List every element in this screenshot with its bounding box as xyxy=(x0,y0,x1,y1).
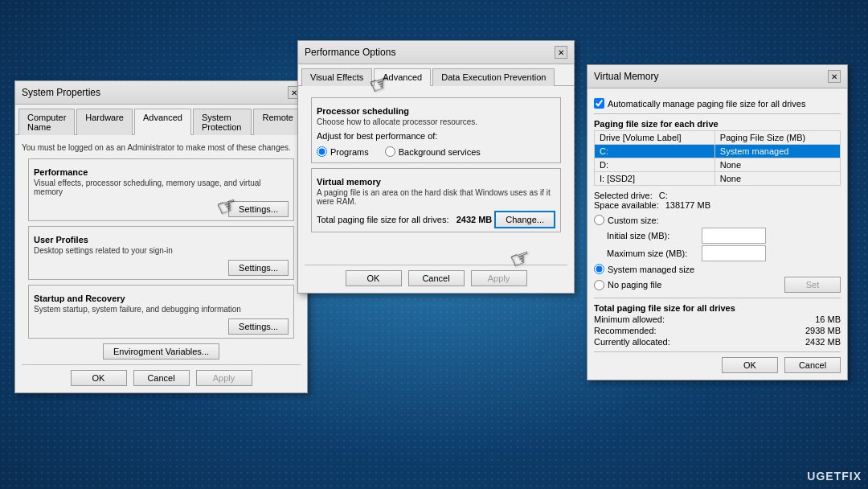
drive-i-letter: I: [SSD2] xyxy=(595,172,715,186)
allocated-row: Currently allocated: 2432 MB xyxy=(594,337,841,347)
virtual-memory-section: Virtual memory A paging file is an area … xyxy=(311,168,561,232)
processor-label: Processor scheduling xyxy=(317,106,555,116)
radio-background[interactable] xyxy=(385,146,395,157)
tab-system-protection[interactable]: System Protection xyxy=(193,109,252,135)
system-apply-button[interactable]: Apply xyxy=(196,370,252,386)
startup-section: Startup and Recovery System startup, sys… xyxy=(28,285,294,339)
startup-label: Startup and Recovery xyxy=(34,294,289,303)
startup-settings-button[interactable]: Settings... xyxy=(228,318,289,335)
radio-programs[interactable] xyxy=(317,146,327,157)
performance-label: Performance xyxy=(34,167,289,177)
user-profiles-label: User Profiles xyxy=(34,235,289,244)
performance-settings-button[interactable]: Settings... xyxy=(228,201,289,217)
selected-drive-val: C: xyxy=(659,191,668,200)
drive-row-d[interactable]: D: None xyxy=(595,158,841,172)
min-val: 16 MB xyxy=(815,314,841,324)
radio-programs-label: Programs xyxy=(330,147,369,157)
tab-hardware[interactable]: Hardware xyxy=(76,109,133,135)
auto-manage-checkbox[interactable] xyxy=(594,98,604,109)
performance-options-titlebar: Performance Options ✕ xyxy=(298,41,574,64)
drive-row-i[interactable]: I: [SSD2] None xyxy=(595,172,841,186)
no-paging-label: No paging file xyxy=(608,280,661,290)
performance-options-title: Performance Options xyxy=(305,47,395,58)
processor-scheduling-section: Processor scheduling Choose how to alloc… xyxy=(311,97,561,163)
system-cancel-button[interactable]: Cancel xyxy=(133,370,190,386)
initial-size-row: Initial size (MB): xyxy=(594,228,841,244)
initial-size-input[interactable] xyxy=(702,228,766,244)
perf-ok-button[interactable]: OK xyxy=(346,270,402,286)
system-ok-button[interactable]: OK xyxy=(71,370,127,386)
perf-cancel-button[interactable]: Cancel xyxy=(408,270,465,286)
system-properties-tabs: Computer Name Hardware Advanced System P… xyxy=(15,105,307,135)
vmem-cancel-button[interactable]: Cancel xyxy=(784,357,841,373)
total-paging-section-label: Total paging file size for all drives xyxy=(594,303,841,313)
user-profiles-section: User Profiles Desktop settings related t… xyxy=(28,226,294,280)
radio-bg-row: Background services xyxy=(385,146,481,157)
perf-apply-button[interactable]: Apply xyxy=(471,270,527,286)
min-label: Minimum allowed: xyxy=(594,314,665,324)
no-paging-row: No paging file Set xyxy=(594,277,841,293)
maximum-size-input[interactable] xyxy=(702,245,766,261)
system-properties-title: System Properties xyxy=(22,87,100,98)
paging-section-label: Paging file size for each drive xyxy=(594,119,841,129)
auto-manage-row: Automatically manage paging file size fo… xyxy=(594,98,841,109)
tab-advanced[interactable]: Advanced xyxy=(134,109,191,135)
performance-options-close[interactable]: ✕ xyxy=(555,46,567,59)
virtual-memory-window: Virtual Memory ✕ Automatically manage pa… xyxy=(587,64,848,380)
drive-row-c[interactable]: C: System managed xyxy=(595,145,841,158)
rec-val: 2938 MB xyxy=(805,326,841,335)
performance-options-window: Performance Options ✕ Visual Effects Adv… xyxy=(297,40,575,294)
user-profiles-settings-button[interactable]: Settings... xyxy=(228,260,289,276)
tab-computer-name[interactable]: Computer Name xyxy=(18,109,75,135)
virtual-memory-desc: A paging file is an area on the hard dis… xyxy=(317,188,555,206)
alloc-val: 2432 MB xyxy=(805,337,841,347)
admin-note: You must be logged on as an Administrato… xyxy=(22,143,301,152)
space-available-label: Space available: xyxy=(594,200,659,210)
radio-system-managed[interactable] xyxy=(594,264,604,274)
watermark: UGETFIX xyxy=(807,470,862,483)
radio-programs-row: Programs xyxy=(317,146,369,157)
drive-c-letter: C: xyxy=(595,145,715,158)
maximum-size-label: Maximum size (MB): xyxy=(607,249,695,258)
total-paging-label: Total paging file size for all drives: xyxy=(317,215,448,224)
drive-c-size: System managed xyxy=(714,145,840,158)
perf-tabs: Visual Effects Advanced Data Execution P… xyxy=(298,64,574,86)
user-profiles-desc: Desktop settings related to your sign-in xyxy=(34,246,289,255)
tab-visual-effects[interactable]: Visual Effects xyxy=(301,68,372,86)
tab-advanced-perf[interactable]: Advanced xyxy=(374,68,431,86)
performance-desc: Visual effects, processor scheduling, me… xyxy=(34,179,289,196)
drive-i-size: None xyxy=(714,172,840,186)
startup-desc: System startup, system failure, and debu… xyxy=(34,305,289,314)
system-managed-label: System managed size xyxy=(608,265,694,274)
recommended-row: Recommended: 2938 MB xyxy=(594,326,841,335)
system-properties-window: System Properties ✕ Computer Name Hardwa… xyxy=(14,80,308,393)
radio-custom-size[interactable] xyxy=(594,215,604,225)
custom-size-row: Custom size: xyxy=(594,215,841,225)
vmem-ok-button[interactable]: OK xyxy=(722,357,778,373)
tab-dep[interactable]: Data Execution Prevention xyxy=(432,68,555,86)
tab-remote[interactable]: Remote xyxy=(253,109,302,135)
initial-size-label: Initial size (MB): xyxy=(607,231,695,240)
alloc-label: Currently allocated: xyxy=(594,337,670,347)
col-size: Paging File Size (MB) xyxy=(714,131,840,145)
environment-variables-button[interactable]: Envirogment Variables... xyxy=(103,343,219,360)
virtual-memory-label: Virtual memory xyxy=(317,177,555,187)
change-button[interactable]: Change... xyxy=(494,211,555,228)
min-allowed-row: Minimum allowed: 16 MB xyxy=(594,314,841,324)
drive-d-letter: D: xyxy=(595,158,715,172)
col-drive: Drive [Volume Label] xyxy=(595,131,715,145)
drive-d-size: None xyxy=(714,158,840,172)
selected-drive-label: Selected drive: xyxy=(594,191,653,200)
processor-desc: Choose how to allocate processor resourc… xyxy=(317,117,555,126)
performance-section: Performance Visual effects, processor sc… xyxy=(28,158,294,221)
radio-no-paging[interactable] xyxy=(594,280,604,290)
rec-label: Recommended: xyxy=(594,326,657,335)
virtual-memory-close[interactable]: ✕ xyxy=(828,70,841,83)
auto-manage-label: Automatically manage paging file size fo… xyxy=(608,99,805,109)
virtual-memory-titlebar: Virtual Memory ✕ xyxy=(588,65,847,88)
set-button[interactable]: Set xyxy=(784,277,841,293)
best-perf-label: Adjust for best performance of: xyxy=(317,131,555,141)
system-managed-row: System managed size xyxy=(594,264,841,274)
radio-bg-label: Background services xyxy=(399,147,481,157)
custom-size-label: Custom size: xyxy=(608,216,659,225)
